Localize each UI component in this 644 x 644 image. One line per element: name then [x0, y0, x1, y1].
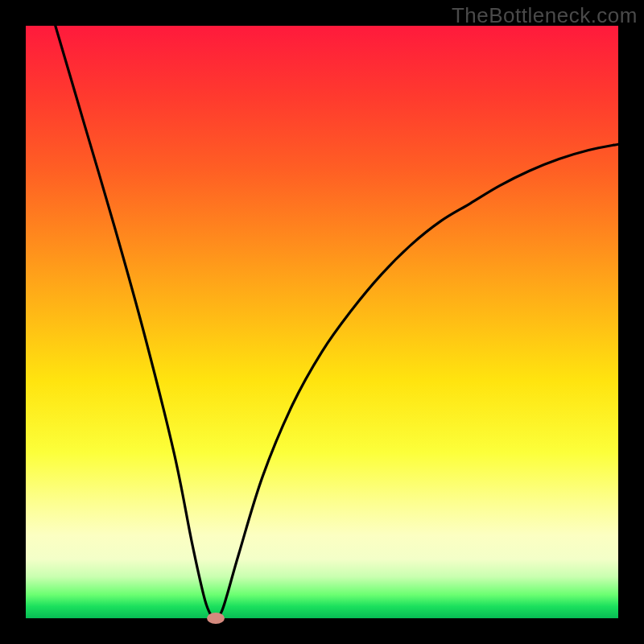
optimum-marker	[207, 613, 225, 624]
bottleneck-curve	[26, 26, 618, 618]
watermark-text: TheBottleneck.com	[452, 3, 638, 28]
plot-area	[26, 26, 618, 618]
chart-frame: TheBottleneck.com	[0, 0, 644, 644]
